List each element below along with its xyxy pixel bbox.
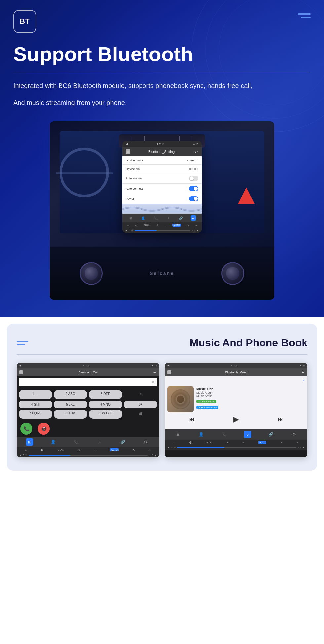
power-toggle[interactable]	[189, 196, 198, 201]
signal-icon: ▲	[299, 364, 302, 367]
auto-btn[interactable]: AUTO	[172, 224, 181, 227]
pcc-home[interactable]: ⌂	[25, 449, 27, 451]
mcc-auto[interactable]: AUTO	[258, 441, 266, 444]
mcc-arrow-back[interactable]: ◄	[167, 447, 170, 449]
dial-5[interactable]: 5 JKL	[54, 401, 87, 408]
mcc-ac[interactable]: ~	[243, 441, 244, 444]
auto-connect-toggle[interactable]	[189, 186, 198, 191]
mb-grid-icon[interactable]: ⊞	[174, 431, 182, 438]
call-temp-slider[interactable]	[29, 455, 148, 456]
link-icon[interactable]: 🔗	[178, 215, 183, 221]
dial-1[interactable]: 1 —	[19, 390, 52, 399]
dial-6[interactable]: 6 MNO	[89, 401, 122, 408]
call-back-arrow[interactable]: ◀	[19, 364, 21, 367]
music-temp-slider[interactable]	[177, 447, 296, 448]
mcc-power[interactable]: ⏻	[189, 441, 192, 444]
steering-wheel	[60, 148, 109, 197]
wifi-icon: ⊓	[303, 364, 305, 367]
dial-7[interactable]: 7 PQRS	[19, 410, 52, 419]
mcc-fan[interactable]: ⤡	[281, 441, 283, 444]
pcc-fan[interactable]: ⤡	[133, 449, 135, 451]
pcc-seat-r[interactable]: ⌁	[149, 454, 150, 456]
tablet-back-arrow[interactable]: ◀	[126, 142, 128, 146]
snowflake-icon[interactable]: ❄	[156, 224, 158, 227]
dial-0plus[interactable]: 0+	[124, 401, 157, 408]
device-name-row[interactable]: Device name CarBT ›	[122, 156, 202, 165]
pcc-ac[interactable]: ~	[95, 449, 96, 451]
play-button[interactable]: ▶	[233, 415, 239, 424]
bluetooth-icon-active[interactable]: Ƀ	[191, 215, 196, 221]
music-icon[interactable]: ♪	[166, 215, 171, 221]
back-button[interactable]: ↩	[194, 149, 198, 154]
seat-icon[interactable]: ⏎	[131, 229, 133, 232]
arrow-back-icon[interactable]: ◄	[125, 229, 127, 232]
seat-icon-right[interactable]: ⌁	[191, 229, 193, 232]
menu-icon[interactable]	[298, 10, 311, 18]
pb-grid-icon[interactable]: ⊞	[26, 438, 33, 446]
red-call-button[interactable]: 📵	[38, 423, 50, 435]
dial-8[interactable]: 8 TUV	[54, 410, 87, 419]
power-row[interactable]: Power	[122, 194, 202, 204]
green-call-button[interactable]: 📞	[20, 423, 32, 435]
grid-icon[interactable]: ⊞	[128, 215, 133, 221]
mcc-snow[interactable]: ❄	[226, 441, 228, 444]
pcc-seat-l[interactable]: ⏎	[25, 454, 27, 456]
pcc-snow[interactable]: ❄	[78, 449, 80, 451]
pb-person-icon[interactable]: 👤	[49, 438, 57, 446]
call-home-btn[interactable]	[19, 370, 23, 374]
mb-person-icon[interactable]: 👤	[197, 431, 205, 438]
power-car-btn[interactable]: ⏻	[135, 224, 137, 226]
music-home-btn[interactable]	[167, 370, 171, 374]
mcc-seat-l[interactable]: ⏎	[174, 446, 176, 449]
arrow-forward-icon[interactable]: ►	[197, 229, 199, 232]
pcc-power[interactable]: ⏻	[41, 449, 43, 451]
mb-link-icon[interactable]: 🔗	[267, 431, 274, 438]
dial-4[interactable]: 4 GHI	[19, 401, 52, 408]
call-search-bar[interactable]: ✕	[19, 378, 157, 386]
dial-hash[interactable]: #	[124, 410, 157, 419]
section2-menu-icon[interactable]	[17, 341, 28, 345]
pb-link-icon[interactable]: 🔗	[119, 438, 126, 446]
mcc-vol[interactable]: ◂	[297, 441, 298, 444]
music-back-btn[interactable]: ↩	[302, 370, 305, 375]
call-back-btn[interactable]: ↩	[153, 370, 157, 375]
next-button[interactable]: ⏭	[278, 416, 284, 423]
dial-9[interactable]: 9 WXYZ	[89, 410, 122, 419]
tablet-nav: ⌂ Bluetooth_Settings ↩	[122, 147, 202, 156]
mcc-home[interactable]: ⌂	[174, 441, 175, 444]
pcc-arrow-back[interactable]: ◄	[19, 454, 21, 456]
mcc-seat-r[interactable]: ⌁	[297, 446, 299, 449]
auto-connect-row[interactable]: Auto connect	[122, 184, 202, 194]
red-triangle-button[interactable]	[238, 187, 255, 204]
fan-icon[interactable]: ⤡	[187, 224, 189, 227]
mb-phone-icon[interactable]: 📞	[221, 431, 228, 438]
music-back-arrow[interactable]: ◀	[167, 364, 169, 367]
auto-answer-row[interactable]: Auto answer	[122, 173, 202, 184]
dial-star[interactable]: *	[124, 390, 157, 399]
left-knob[interactable]	[80, 262, 103, 285]
mcc-arrow-fwd[interactable]: ►	[303, 447, 305, 449]
home-button[interactable]: ⌂	[126, 149, 130, 154]
person-icon[interactable]: 👤	[141, 215, 146, 221]
dial-3[interactable]: 3 DEF	[89, 390, 122, 399]
pcc-arrow-fwd[interactable]: ►	[154, 454, 157, 456]
ac-icon[interactable]: ~	[165, 224, 166, 226]
temp-slider[interactable]	[135, 230, 190, 231]
pb-phone-icon[interactable]: 📞	[73, 438, 80, 446]
dial-2[interactable]: 2 ABC	[54, 390, 87, 399]
right-knob[interactable]	[221, 262, 244, 285]
volume-icon[interactable]: ◂	[195, 224, 197, 227]
pb-settings-icon[interactable]: ⚙	[142, 438, 150, 446]
device-pin-row[interactable]: Device pin 0000 ›	[122, 165, 202, 173]
phone-icon[interactable]: 📞	[153, 215, 158, 221]
mb-music-icon-active[interactable]: ♪	[244, 431, 251, 438]
tablet-slider-row: ◄ 0 ⏎ ⌁ 0 ►	[122, 228, 202, 233]
mb-settings-icon[interactable]: ⚙	[291, 431, 298, 438]
pcc-vol[interactable]: ◂	[149, 449, 150, 451]
clear-icon[interactable]: ✕	[151, 379, 155, 385]
home-car-btn[interactable]: ⌂	[127, 224, 129, 226]
auto-answer-toggle[interactable]	[189, 176, 198, 181]
pb-music-icon[interactable]: ♪	[96, 438, 103, 446]
pcc-auto[interactable]: AUTO	[110, 448, 118, 451]
prev-button[interactable]: ⏮	[189, 416, 195, 423]
